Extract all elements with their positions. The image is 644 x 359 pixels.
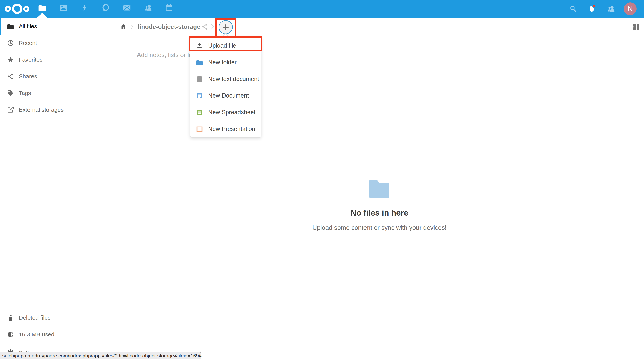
app-icon-contacts[interactable] (144, 3, 152, 12)
notifications-bell-icon[interactable] (587, 4, 596, 13)
menu-item-label: New Spreadsheet (208, 109, 255, 116)
document-icon (196, 92, 203, 99)
folder-icon (196, 59, 203, 66)
app-icon-activity[interactable] (80, 3, 89, 12)
menu-item-new-folder[interactable]: New folder (190, 54, 261, 71)
sidebar-item-recent[interactable]: Recent (0, 34, 114, 51)
files-sidebar: All files Recent Favorites Shares Tags E… (0, 18, 114, 359)
app-icon-files[interactable] (38, 3, 47, 12)
quota-label: 16.3 MB used (19, 331, 54, 338)
user-avatar[interactable]: N (624, 2, 636, 15)
upload-icon (196, 42, 203, 49)
quota-pie-icon (7, 331, 14, 338)
app-icon-calendar[interactable] (165, 3, 174, 12)
menu-item-new-document[interactable]: New Document (190, 87, 261, 104)
menu-item-label: Upload file (208, 42, 236, 49)
sidebar-item-label: Favorites (19, 56, 42, 63)
sidebar-item-label: Deleted files (19, 314, 50, 321)
menu-item-new-text-document[interactable]: New text document (190, 71, 261, 87)
breadcrumb-home-icon[interactable] (120, 23, 127, 30)
empty-state-title: No files in here (115, 208, 644, 218)
nextcloud-window: N All files Recent Favorites Shares Tags… (0, 0, 644, 359)
app-icon-photos[interactable] (59, 3, 68, 12)
chevron-right-icon (130, 24, 134, 30)
spreadsheet-icon (196, 109, 203, 116)
tag-icon (7, 90, 14, 97)
star-icon (7, 56, 14, 63)
sidebar-item-tags[interactable]: Tags (0, 85, 114, 101)
empty-folder-state: No files in here Upload some content or … (115, 180, 644, 231)
sidebar-item-quota: 16.3 MB used (0, 326, 114, 343)
sidebar-item-favorites[interactable]: Favorites (0, 51, 114, 68)
active-app-indicator (37, 13, 48, 18)
status-url: salchipapa.madreypadre.com/index.php/app… (2, 353, 202, 359)
folder-icon (7, 23, 14, 30)
nextcloud-logo-icon[interactable] (4, 3, 30, 15)
contacts-menu-icon[interactable] (606, 4, 616, 13)
empty-state-subtitle: Upload some content or sync with your de… (115, 224, 644, 231)
text-document-icon (196, 76, 203, 83)
trash-icon (7, 314, 14, 321)
new-menu: Upload file New folder New text document… (190, 37, 261, 138)
empty-folder-icon (370, 180, 390, 198)
share-icon (7, 73, 14, 80)
menu-item-new-presentation[interactable]: New Presentation (190, 120, 261, 137)
app-icon-mail[interactable] (122, 3, 131, 12)
sidebar-item-label: External storages (19, 106, 64, 113)
browser-status-bar: salchipapa.madreypadre.com/index.php/app… (0, 352, 201, 359)
search-icon[interactable] (569, 5, 578, 14)
sidebar-item-deleted-files[interactable]: Deleted files (0, 309, 114, 326)
menu-item-new-spreadsheet[interactable]: New Spreadsheet (190, 104, 261, 121)
top-bar: N (0, 0, 644, 18)
sidebar-item-label: Recent (19, 40, 37, 46)
presentation-icon (196, 125, 203, 133)
sidebar-item-label: Tags (19, 90, 31, 96)
plus-icon (222, 24, 230, 31)
chevron-right-icon (210, 24, 215, 30)
app-icon-talk[interactable] (102, 3, 110, 12)
sidebar-item-shares[interactable]: Shares (0, 68, 114, 85)
menu-item-label: New Presentation (208, 126, 255, 132)
sidebar-item-all-files[interactable]: All files (0, 18, 114, 34)
share-action-icon[interactable] (201, 23, 208, 30)
sidebar-item-label: All files (19, 23, 37, 30)
menu-item-label: New folder (208, 59, 236, 66)
menu-item-label: New text document (208, 76, 259, 82)
grid-view-toggle-icon[interactable] (633, 24, 640, 30)
sidebar-item-label: Shares (19, 73, 37, 80)
workspace-notes-placeholder[interactable]: Add notes, lists or lin (137, 52, 194, 58)
avatar-initial: N (628, 5, 633, 13)
menu-item-label: New Document (208, 92, 249, 99)
new-button[interactable] (219, 20, 233, 34)
breadcrumb-folder[interactable]: linode-object-storage (138, 23, 200, 30)
clock-icon (7, 39, 14, 47)
sidebar-item-external-storages[interactable]: External storages (0, 101, 114, 118)
external-link-icon (7, 106, 14, 114)
